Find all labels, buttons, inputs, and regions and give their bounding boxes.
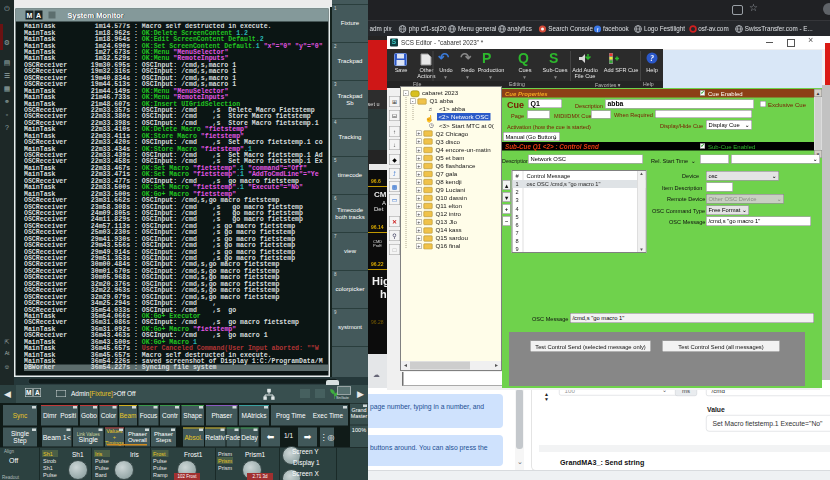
svg-text:?: ? — [650, 54, 654, 63]
